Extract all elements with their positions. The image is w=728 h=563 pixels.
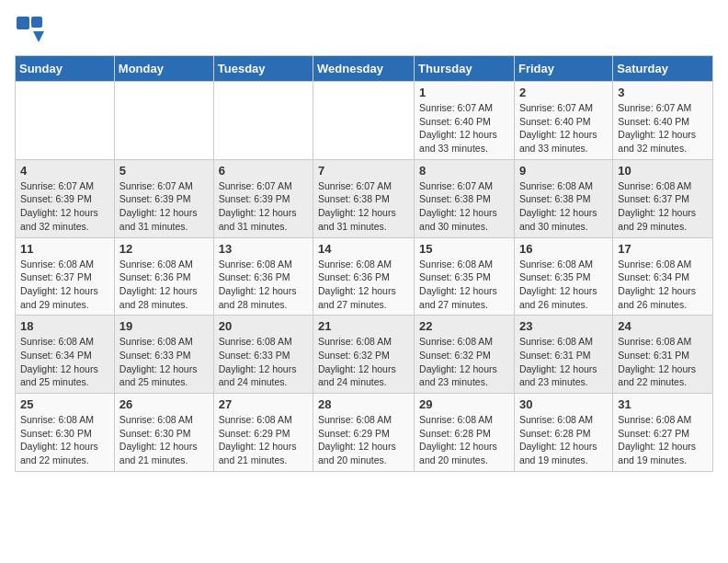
week-row-2: 4Sunrise: 6:07 AM Sunset: 6:39 PM Daylig…	[16, 159, 713, 237]
day-cell: 14Sunrise: 6:08 AM Sunset: 6:36 PM Dayli…	[313, 237, 415, 316]
day-number: 31	[618, 397, 708, 411]
day-info: Sunrise: 6:08 AM Sunset: 6:36 PM Dayligh…	[119, 258, 209, 312]
day-info: Sunrise: 6:07 AM Sunset: 6:40 PM Dayligh…	[419, 101, 509, 155]
day-cell: 1Sunrise: 6:07 AM Sunset: 6:40 PM Daylig…	[415, 82, 515, 160]
day-cell: 21Sunrise: 6:08 AM Sunset: 6:32 PM Dayli…	[313, 316, 415, 394]
day-info: Sunrise: 6:07 AM Sunset: 6:39 PM Dayligh…	[20, 179, 109, 234]
day-number: 19	[119, 319, 209, 333]
day-cell: 22Sunrise: 6:08 AM Sunset: 6:32 PM Dayli…	[415, 316, 515, 394]
day-number: 24	[618, 319, 708, 333]
day-number: 23	[519, 319, 608, 333]
day-info: Sunrise: 6:07 AM Sunset: 6:39 PM Dayligh…	[119, 179, 209, 234]
day-cell: 25Sunrise: 6:08 AM Sunset: 6:30 PM Dayli…	[16, 394, 115, 472]
day-cell: 3Sunrise: 6:07 AM Sunset: 6:40 PM Daylig…	[613, 82, 713, 160]
day-number: 29	[419, 397, 509, 411]
day-info: Sunrise: 6:08 AM Sunset: 6:28 PM Dayligh…	[419, 413, 509, 467]
logo-icon	[15, 15, 44, 44]
day-number: 18	[20, 319, 109, 333]
day-info: Sunrise: 6:08 AM Sunset: 6:37 PM Dayligh…	[20, 258, 109, 312]
weekday-header-tuesday: Tuesday	[213, 56, 313, 82]
day-cell: 15Sunrise: 6:08 AM Sunset: 6:35 PM Dayli…	[415, 237, 515, 316]
logo	[15, 15, 48, 44]
day-cell: 12Sunrise: 6:08 AM Sunset: 6:36 PM Dayli…	[114, 237, 213, 316]
day-number: 14	[318, 242, 409, 256]
week-row-5: 25Sunrise: 6:08 AM Sunset: 6:30 PM Dayli…	[16, 394, 713, 472]
day-cell: 10Sunrise: 6:08 AM Sunset: 6:37 PM Dayli…	[613, 159, 713, 237]
day-info: Sunrise: 6:08 AM Sunset: 6:33 PM Dayligh…	[219, 335, 308, 389]
day-number: 11	[20, 242, 109, 256]
day-info: Sunrise: 6:08 AM Sunset: 6:29 PM Dayligh…	[318, 413, 409, 467]
day-number: 17	[618, 242, 708, 256]
svg-rect-1	[31, 17, 42, 28]
day-info: Sunrise: 6:07 AM Sunset: 6:40 PM Dayligh…	[519, 101, 608, 155]
day-cell: 24Sunrise: 6:08 AM Sunset: 6:31 PM Dayli…	[613, 316, 713, 394]
day-info: Sunrise: 6:07 AM Sunset: 6:40 PM Dayligh…	[618, 101, 708, 155]
page-header	[15, 15, 713, 44]
day-number: 8	[419, 164, 509, 178]
day-info: Sunrise: 6:08 AM Sunset: 6:34 PM Dayligh…	[20, 335, 109, 389]
day-number: 26	[119, 397, 209, 411]
day-cell: 11Sunrise: 6:08 AM Sunset: 6:37 PM Dayli…	[16, 237, 115, 316]
day-cell: 30Sunrise: 6:08 AM Sunset: 6:28 PM Dayli…	[514, 394, 612, 472]
day-cell	[16, 82, 115, 160]
day-info: Sunrise: 6:08 AM Sunset: 6:38 PM Dayligh…	[519, 179, 608, 234]
day-cell: 29Sunrise: 6:08 AM Sunset: 6:28 PM Dayli…	[415, 394, 515, 472]
day-cell	[313, 82, 415, 160]
day-cell: 13Sunrise: 6:08 AM Sunset: 6:36 PM Dayli…	[213, 237, 313, 316]
day-info: Sunrise: 6:07 AM Sunset: 6:38 PM Dayligh…	[318, 179, 409, 234]
day-number: 1	[419, 86, 509, 99]
day-number: 21	[318, 319, 409, 333]
day-info: Sunrise: 6:08 AM Sunset: 6:30 PM Dayligh…	[119, 413, 209, 467]
day-cell: 5Sunrise: 6:07 AM Sunset: 6:39 PM Daylig…	[114, 159, 213, 237]
weekday-header-friday: Friday	[514, 56, 612, 82]
day-number: 25	[20, 397, 109, 411]
day-cell: 27Sunrise: 6:08 AM Sunset: 6:29 PM Dayli…	[213, 394, 313, 472]
day-info: Sunrise: 6:08 AM Sunset: 6:35 PM Dayligh…	[419, 258, 509, 312]
day-info: Sunrise: 6:08 AM Sunset: 6:31 PM Dayligh…	[618, 335, 708, 389]
svg-marker-2	[33, 31, 44, 42]
weekday-header-row: SundayMondayTuesdayWednesdayThursdayFrid…	[16, 56, 713, 82]
day-info: Sunrise: 6:08 AM Sunset: 6:34 PM Dayligh…	[618, 258, 708, 312]
day-info: Sunrise: 6:07 AM Sunset: 6:39 PM Dayligh…	[219, 179, 308, 234]
day-number: 5	[119, 164, 209, 178]
day-number: 22	[419, 319, 509, 333]
day-info: Sunrise: 6:07 AM Sunset: 6:38 PM Dayligh…	[419, 179, 509, 234]
day-number: 4	[20, 164, 109, 178]
day-number: 20	[219, 319, 308, 333]
day-cell	[213, 82, 313, 160]
day-number: 13	[219, 242, 308, 256]
day-info: Sunrise: 6:08 AM Sunset: 6:27 PM Dayligh…	[618, 413, 708, 467]
day-cell: 2Sunrise: 6:07 AM Sunset: 6:40 PM Daylig…	[514, 82, 612, 160]
day-info: Sunrise: 6:08 AM Sunset: 6:32 PM Dayligh…	[419, 335, 509, 389]
day-info: Sunrise: 6:08 AM Sunset: 6:35 PM Dayligh…	[519, 258, 608, 312]
day-info: Sunrise: 6:08 AM Sunset: 6:30 PM Dayligh…	[20, 413, 109, 467]
day-info: Sunrise: 6:08 AM Sunset: 6:28 PM Dayligh…	[519, 413, 608, 467]
day-number: 28	[318, 397, 409, 411]
day-cell: 31Sunrise: 6:08 AM Sunset: 6:27 PM Dayli…	[613, 394, 713, 472]
svg-rect-0	[17, 17, 29, 29]
weekday-header-saturday: Saturday	[613, 56, 713, 82]
week-row-1: 1Sunrise: 6:07 AM Sunset: 6:40 PM Daylig…	[16, 82, 713, 160]
day-cell: 8Sunrise: 6:07 AM Sunset: 6:38 PM Daylig…	[415, 159, 515, 237]
day-number: 27	[219, 397, 308, 411]
day-info: Sunrise: 6:08 AM Sunset: 6:33 PM Dayligh…	[119, 335, 209, 389]
day-cell: 6Sunrise: 6:07 AM Sunset: 6:39 PM Daylig…	[213, 159, 313, 237]
day-number: 12	[119, 242, 209, 256]
day-number: 15	[419, 242, 509, 256]
day-number: 30	[519, 397, 608, 411]
day-number: 7	[318, 164, 409, 178]
calendar-table: SundayMondayTuesdayWednesdayThursdayFrid…	[15, 55, 713, 472]
day-cell: 28Sunrise: 6:08 AM Sunset: 6:29 PM Dayli…	[313, 394, 415, 472]
day-number: 10	[618, 164, 708, 178]
weekday-header-wednesday: Wednesday	[313, 56, 415, 82]
day-cell: 16Sunrise: 6:08 AM Sunset: 6:35 PM Dayli…	[514, 237, 612, 316]
day-number: 6	[219, 164, 308, 178]
day-info: Sunrise: 6:08 AM Sunset: 6:37 PM Dayligh…	[618, 179, 708, 234]
day-cell: 19Sunrise: 6:08 AM Sunset: 6:33 PM Dayli…	[114, 316, 213, 394]
day-cell: 17Sunrise: 6:08 AM Sunset: 6:34 PM Dayli…	[613, 237, 713, 316]
week-row-3: 11Sunrise: 6:08 AM Sunset: 6:37 PM Dayli…	[16, 237, 713, 316]
day-number: 9	[519, 164, 608, 178]
day-cell: 4Sunrise: 6:07 AM Sunset: 6:39 PM Daylig…	[16, 159, 115, 237]
day-cell	[114, 82, 213, 160]
day-number: 16	[519, 242, 608, 256]
